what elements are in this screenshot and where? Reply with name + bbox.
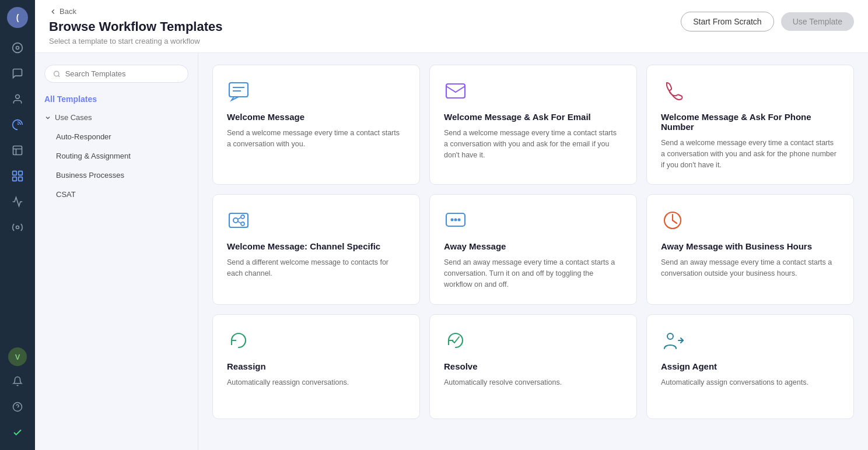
svg-line-21 xyxy=(238,217,241,219)
card-title: Welcome Message & Ask For Email xyxy=(444,112,622,122)
sidebar-icon-dashboard[interactable] xyxy=(7,37,28,58)
use-cases-section: Use Cases Auto-Responder Routing & Assig… xyxy=(44,113,188,203)
topbar-actions: Start From Scratch Use Template xyxy=(681,12,854,31)
card-icon-clock xyxy=(661,209,839,232)
sidebar: ( V xyxy=(0,0,35,450)
all-templates-label[interactable]: All Templates xyxy=(44,94,188,104)
template-card-welcome-channel[interactable]: Welcome Message: Channel Specific Send a… xyxy=(212,194,420,304)
page-subtitle: Select a template to start creating a wo… xyxy=(49,37,222,45)
svg-point-24 xyxy=(451,219,454,222)
svg-rect-6 xyxy=(13,177,17,181)
card-icon-bubble xyxy=(444,209,622,232)
card-desc: Send a different welcome message to cont… xyxy=(227,257,405,279)
card-desc: Automatically assign conversations to ag… xyxy=(661,377,839,388)
svg-point-11 xyxy=(54,71,59,76)
card-desc: Send an away message every time a contac… xyxy=(444,257,622,290)
card-desc: Send a welcome message every time a cont… xyxy=(227,128,405,150)
left-panel: All Templates Use Cases Auto-Responder R… xyxy=(35,53,198,450)
use-template-button[interactable]: Use Template xyxy=(781,12,854,31)
card-icon-mail xyxy=(444,79,622,103)
card-icon-phone xyxy=(661,79,839,103)
template-card-welcome-message[interactable]: Welcome Message Send a welcome message e… xyxy=(212,65,420,185)
use-cases-label: Use Cases xyxy=(55,113,92,122)
card-title: Welcome Message: Channel Specific xyxy=(227,241,405,251)
sidebar-icon-contacts[interactable] xyxy=(7,89,28,110)
use-cases-header[interactable]: Use Cases xyxy=(44,113,188,122)
sidebar-icon-analytics[interactable] xyxy=(7,191,28,212)
template-card-assign-agent[interactable]: Assign Agent Automatically assign conver… xyxy=(646,314,854,419)
sidebar-icon-broadcasts[interactable] xyxy=(7,114,28,135)
start-from-scratch-button[interactable]: Start From Scratch xyxy=(681,12,774,31)
svg-rect-13 xyxy=(229,83,248,97)
svg-point-25 xyxy=(454,219,457,222)
sidebar-icon-workflows[interactable] xyxy=(7,166,28,187)
svg-point-1 xyxy=(16,47,19,50)
svg-line-22 xyxy=(238,222,241,223)
card-icon-channel xyxy=(227,209,405,232)
search-input[interactable] xyxy=(65,69,180,78)
sidebar-icon-conversations[interactable] xyxy=(7,63,28,84)
card-desc: Send a welcome message every time a cont… xyxy=(661,138,839,170)
card-desc: Automatically resolve conversations. xyxy=(444,377,622,388)
svg-rect-4 xyxy=(13,171,17,175)
template-card-reassign[interactable]: Reassign Automatically reassign conversa… xyxy=(212,314,420,419)
template-card-welcome-phone[interactable]: Welcome Message & Ask For Phone Number S… xyxy=(646,65,854,185)
svg-line-29 xyxy=(673,220,677,223)
svg-rect-5 xyxy=(19,171,23,175)
search-icon xyxy=(53,70,61,78)
sidebar-logo: ( xyxy=(7,7,28,28)
svg-point-19 xyxy=(241,215,244,219)
card-icon-person-arrow xyxy=(661,329,839,352)
card-title: Away Message xyxy=(444,241,622,251)
card-title: Welcome Message xyxy=(227,112,405,122)
sidebar-icon-status[interactable] xyxy=(7,422,28,443)
topbar: Back Browse Workflow Templates Select a … xyxy=(35,0,868,53)
card-desc: Automatically reassign conversations. xyxy=(227,377,405,388)
card-icon-refresh xyxy=(227,329,405,352)
sidebar-icon-help[interactable] xyxy=(7,396,28,417)
card-desc: Send an away message every time a contac… xyxy=(661,257,839,279)
use-cases-items: Auto-Responder Routing & Assignment Busi… xyxy=(44,128,188,203)
templates-area: Welcome Message Send a welcome message e… xyxy=(198,53,868,450)
search-box[interactable] xyxy=(44,65,188,83)
card-icon-chat xyxy=(227,79,405,103)
user-avatar[interactable]: V xyxy=(8,347,27,366)
template-card-away-message[interactable]: Away Message Send an away message every … xyxy=(429,194,637,304)
templates-grid: Welcome Message Send a welcome message e… xyxy=(212,65,854,419)
card-desc: Send a welcome message every time a cont… xyxy=(444,128,622,160)
svg-rect-7 xyxy=(19,177,23,181)
svg-point-8 xyxy=(16,226,19,229)
svg-rect-3 xyxy=(13,146,22,155)
card-title: Assign Agent xyxy=(661,361,839,371)
page-title: Browse Workflow Templates xyxy=(49,19,222,34)
template-card-resolve[interactable]: Resolve Automatically resolve conversati… xyxy=(429,314,637,419)
sidebar-item-routing-assignment[interactable]: Routing & Assignment xyxy=(44,147,188,165)
back-label: Back xyxy=(60,7,76,16)
svg-point-20 xyxy=(241,222,244,226)
template-card-away-hours[interactable]: Away Message with Business Hours Send an… xyxy=(646,194,854,304)
sidebar-icon-settings[interactable] xyxy=(7,217,28,238)
content-area: All Templates Use Cases Auto-Responder R… xyxy=(35,53,868,450)
card-title: Resolve xyxy=(444,361,622,371)
sidebar-item-business-processes[interactable]: Business Processes xyxy=(44,166,188,184)
svg-line-12 xyxy=(58,75,60,76)
sidebar-icon-notifications[interactable] xyxy=(7,371,28,392)
svg-point-0 xyxy=(13,43,23,53)
svg-point-2 xyxy=(16,95,20,99)
card-title: Reassign xyxy=(227,361,405,371)
card-icon-check-circle xyxy=(444,329,622,352)
card-title: Welcome Message & Ask For Phone Number xyxy=(661,112,839,132)
svg-point-26 xyxy=(458,219,461,222)
sidebar-item-auto-responder[interactable]: Auto-Responder xyxy=(44,128,188,146)
template-card-welcome-email[interactable]: Welcome Message & Ask For Email Send a w… xyxy=(429,65,637,185)
sidebar-item-csat[interactable]: CSAT xyxy=(44,185,188,203)
back-link[interactable]: Back xyxy=(49,7,222,16)
svg-point-30 xyxy=(667,333,673,339)
svg-point-18 xyxy=(233,218,238,223)
svg-rect-16 xyxy=(446,84,465,98)
chevron-down-icon xyxy=(44,114,51,121)
card-title: Away Message with Business Hours xyxy=(661,241,839,251)
sidebar-icon-inbox[interactable] xyxy=(7,140,28,161)
main-area: Back Browse Workflow Templates Select a … xyxy=(35,0,868,450)
